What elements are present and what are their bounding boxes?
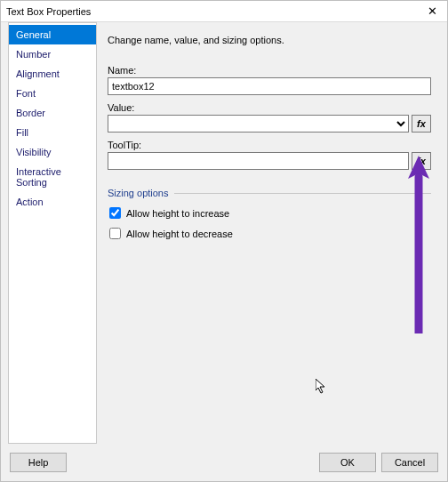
tooltip-label: ToolTip: <box>108 140 431 150</box>
cancel-button-label: Cancel <box>395 457 425 468</box>
allow-decrease-label: Allow height to decrease <box>126 229 233 239</box>
sidebar-item-visibility[interactable]: Visibility <box>9 142 96 162</box>
sidebar-item-label: Action <box>16 197 44 207</box>
sidebar-item-label: Fill <box>16 127 28 138</box>
sidebar-item-alignment[interactable]: Alignment <box>9 64 96 84</box>
sidebar-item-label: Alignment <box>16 68 60 79</box>
window-title: Text Box Properties <box>6 6 422 17</box>
sidebar-item-interactive-sorting[interactable]: Interactive Sorting <box>9 162 96 192</box>
sidebar-item-label: Visibility <box>16 147 52 157</box>
category-sidebar: General Number Alignment Font Border Fil… <box>8 22 97 444</box>
allow-increase-checkbox[interactable] <box>109 207 121 219</box>
cursor-icon <box>316 379 328 395</box>
sidebar-item-label: Font <box>16 88 36 99</box>
sidebar-item-general[interactable]: General <box>9 25 96 44</box>
sidebar-item-label: Interactive Sorting <box>16 166 61 188</box>
help-button[interactable]: Help <box>10 453 67 472</box>
ok-button[interactable]: OK <box>319 453 376 472</box>
value-label: Value: <box>108 102 431 113</box>
sidebar-item-label: General <box>16 29 51 40</box>
tooltip-expression-button[interactable]: fx <box>412 152 431 170</box>
cancel-button[interactable]: Cancel <box>381 453 438 472</box>
panel-description: Change name, value, and sizing options. <box>108 35 431 45</box>
help-button-label: Help <box>28 457 49 468</box>
sidebar-item-label: Number <box>16 49 51 60</box>
dialog-footer: Help OK Cancel <box>1 444 447 481</box>
divider <box>174 193 432 194</box>
fx-icon: fx <box>417 118 426 129</box>
sidebar-item-font[interactable]: Font <box>9 84 96 103</box>
sidebar-item-border[interactable]: Border <box>9 103 96 123</box>
sizing-options-group: Sizing options Allow height to increase … <box>108 188 431 239</box>
close-icon[interactable]: ✕ <box>422 4 442 18</box>
tooltip-input[interactable] <box>108 152 409 170</box>
sidebar-item-number[interactable]: Number <box>9 44 96 64</box>
value-combo[interactable] <box>108 115 409 133</box>
allow-decrease-checkbox[interactable] <box>109 228 121 239</box>
ok-button-label: OK <box>340 457 355 468</box>
annotation-arrow-icon <box>406 156 431 333</box>
sizing-legend: Sizing options <box>108 188 169 198</box>
name-input[interactable] <box>108 77 431 95</box>
main-panel: Change name, value, and sizing options. … <box>97 22 440 444</box>
titlebar: Text Box Properties ✕ <box>1 1 447 22</box>
name-label: Name: <box>108 65 431 76</box>
sidebar-item-action[interactable]: Action <box>9 192 96 212</box>
value-expression-button[interactable]: fx <box>412 115 431 133</box>
sidebar-item-label: Border <box>16 108 45 118</box>
allow-increase-label: Allow height to increase <box>126 208 229 219</box>
dialog-window: Text Box Properties ✕ General Number Ali… <box>0 0 448 482</box>
fx-icon: fx <box>417 156 426 166</box>
sidebar-item-fill[interactable]: Fill <box>9 123 96 142</box>
